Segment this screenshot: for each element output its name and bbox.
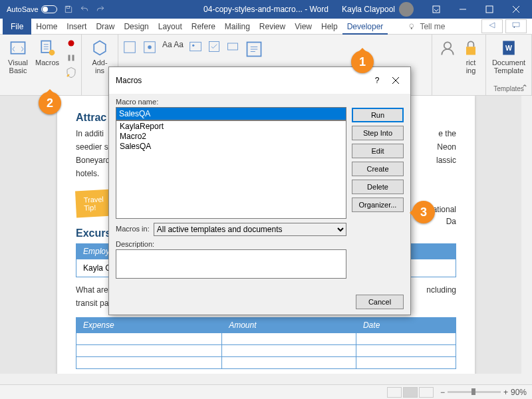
lightbulb-icon <box>408 22 417 31</box>
edit-button[interactable]: Edit <box>352 144 404 158</box>
lock-icon <box>462 39 480 57</box>
tell-me-search[interactable]: Tell me <box>408 22 445 31</box>
tab-home[interactable]: Home <box>31 19 62 35</box>
organizer-button[interactable]: Organizer... <box>352 198 404 212</box>
col-expense: Expense <box>76 318 222 333</box>
image-control-icon[interactable] <box>189 40 202 53</box>
restrict-editing-button[interactable]: rict ing <box>460 37 481 74</box>
autosave-label: AutoSave <box>7 5 39 13</box>
zoom-level[interactable]: 90% <box>511 388 527 397</box>
autosave-toggle[interactable]: AutoSave <box>7 5 57 13</box>
status-bar: − + 90% <box>0 384 532 399</box>
undo-icon[interactable] <box>80 5 89 14</box>
collapse-ribbon-icon[interactable]: ⌃ <box>521 83 528 92</box>
svg-rect-13 <box>72 55 74 61</box>
pause-macro-icon[interactable] <box>65 52 77 64</box>
run-button[interactable]: Run <box>352 108 404 122</box>
minimize-button[interactable] <box>450 0 476 19</box>
create-button[interactable]: Create <box>352 162 404 176</box>
ribbon-tabs: File Home Insert Draw Design Layout Refe… <box>0 19 532 35</box>
tab-view[interactable]: View <box>290 19 317 35</box>
macros-button[interactable]: Macros <box>33 37 61 78</box>
tab-review[interactable]: Review <box>255 19 290 35</box>
doc-template-label: Document Template <box>492 59 525 74</box>
svg-rect-8 <box>11 42 25 54</box>
autosave-switch-icon[interactable] <box>41 5 57 13</box>
control-icon[interactable] <box>122 40 137 55</box>
macro-name-input[interactable] <box>116 107 346 120</box>
close-button[interactable] <box>503 0 529 19</box>
svg-point-19 <box>192 45 194 47</box>
document-title: 04-copy-styles-and-macro... - Word <box>203 5 329 14</box>
read-mode-button[interactable] <box>387 387 402 398</box>
maximize-button[interactable] <box>476 0 503 19</box>
svg-marker-14 <box>94 41 106 55</box>
ribbon-group-code: Visual Basic Macros <box>0 35 82 95</box>
xml-mapping-icon[interactable] <box>245 40 263 59</box>
svg-rect-20 <box>209 42 219 52</box>
list-item[interactable]: Macro2 <box>117 132 345 142</box>
delete-button[interactable]: Delete <box>352 180 404 194</box>
svg-point-23 <box>444 42 452 49</box>
ribbon-group-protect: rict ing <box>432 35 486 95</box>
block-authors-button[interactable] <box>436 37 459 74</box>
tab-help[interactable]: Help <box>317 19 342 35</box>
ribbon-options-button[interactable] <box>423 0 450 19</box>
dialog-title: Macros <box>116 76 142 85</box>
tab-draw[interactable]: Draw <box>91 19 119 35</box>
tab-insert[interactable]: Insert <box>62 19 91 35</box>
tab-layout[interactable]: Layout <box>154 19 187 35</box>
zoom-out-button[interactable]: − <box>440 388 445 397</box>
document-template-button[interactable]: W Document Template <box>490 37 527 74</box>
block-icon <box>438 39 457 57</box>
zoom-in-button[interactable]: + <box>503 388 508 397</box>
dialog-help-button[interactable]: ? <box>369 72 385 88</box>
vertical-scrollbar[interactable] <box>521 96 532 384</box>
tab-mailings[interactable]: Mailing <box>220 19 255 35</box>
share-button[interactable] <box>481 19 503 33</box>
horizontal-scrollbar[interactable] <box>0 374 532 384</box>
zoom-slider[interactable] <box>448 391 501 393</box>
web-layout-button[interactable] <box>419 387 434 398</box>
avatar[interactable] <box>399 2 414 17</box>
tab-developer[interactable]: Developer <box>342 19 388 35</box>
restrict-label: rict ing <box>466 59 476 74</box>
comments-button[interactable] <box>505 19 527 33</box>
visual-basic-button[interactable]: Visual Basic <box>4 37 32 78</box>
callout-1: 1 <box>351 51 374 73</box>
comment-icon <box>511 21 521 29</box>
macros-in-label: Macros in: <box>116 225 150 233</box>
checkbox-control-icon[interactable] <box>207 40 221 53</box>
callout-2: 2 <box>39 92 61 114</box>
svg-text:W: W <box>505 44 512 52</box>
dialog-close-button[interactable] <box>388 72 404 88</box>
description-textarea[interactable] <box>116 249 346 279</box>
macros-in-select[interactable]: All active templates and documents <box>154 223 346 236</box>
svg-rect-21 <box>228 43 238 50</box>
svg-rect-0 <box>66 6 70 8</box>
step-into-button[interactable]: Step Into <box>352 126 404 140</box>
cancel-button[interactable]: Cancel <box>356 295 404 309</box>
list-item[interactable]: KaylaReport <box>117 122 345 132</box>
svg-point-6 <box>410 23 414 27</box>
save-icon[interactable] <box>64 5 73 14</box>
tab-references[interactable]: Refere <box>187 19 220 35</box>
dropdown-control-icon[interactable] <box>226 40 239 53</box>
control-icon[interactable] <box>142 40 157 55</box>
description-label: Description: <box>116 240 346 248</box>
list-item[interactable]: SalesQA <box>117 142 345 152</box>
tab-design[interactable]: Design <box>119 19 153 35</box>
svg-rect-15 <box>124 42 136 53</box>
macro-listbox[interactable]: KaylaReport Macro2 SalesQA <box>116 120 346 219</box>
tab-file[interactable]: File <box>3 19 31 35</box>
close-icon <box>392 76 400 84</box>
redo-icon[interactable] <box>96 5 105 14</box>
callout-3: 3 <box>412 201 435 223</box>
record-macro-icon[interactable] <box>65 37 77 49</box>
macro-security-icon[interactable] <box>65 66 77 78</box>
print-layout-button[interactable] <box>403 387 418 398</box>
share-icon <box>487 21 497 29</box>
title-bar: AutoSave 04-copy-styles-and-macro... - W… <box>0 0 532 19</box>
col-date: Date <box>356 318 456 333</box>
font-sample-icon[interactable]: Aa Aa <box>162 40 184 59</box>
